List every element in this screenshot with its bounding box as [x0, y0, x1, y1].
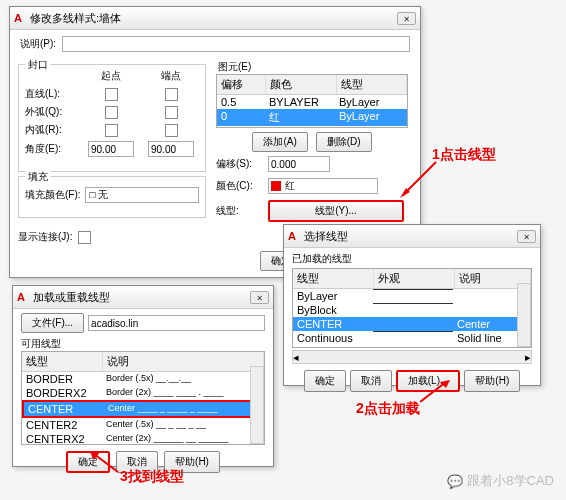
cap-outer-label: 外弧(Q): — [25, 105, 81, 119]
linetype-row-selected: CENTERCenter — [293, 317, 531, 331]
annotation-2: 2点击加载 — [356, 400, 420, 418]
joint-label: 显示连接(J): — [18, 230, 72, 244]
cap-group: 封口 起点 端点 直线(L): 外弧(Q): 内弧(R): 角度(E): — [18, 64, 206, 172]
elements-group: 图元(E) 偏移颜色线型 0.5BYLAYERByLayer 0红ByLayer… — [216, 64, 408, 224]
cap-inner-label: 内弧(R): — [25, 123, 81, 137]
close-icon[interactable]: ⨉ — [397, 12, 416, 25]
svg-line-2 — [420, 382, 446, 402]
file-input[interactable] — [88, 315, 265, 331]
linetype-list[interactable]: 线型外观说明 ByLayer ByBlock CENTERCenter Cont… — [292, 268, 532, 348]
elem-h2: 颜色 — [266, 75, 337, 94]
av-h1: 线型 — [22, 352, 103, 371]
explain-label: 说明(P): — [20, 37, 56, 51]
cap-inner-start-chk[interactable] — [105, 124, 118, 137]
offset-input[interactable] — [268, 156, 330, 172]
select-linetype-dialog: A 选择线型 ⨉ 已加载的线型 线型外观说明 ByLayer ByBlock C… — [283, 224, 541, 386]
titlebar: A 选择线型 ⨉ — [284, 225, 540, 248]
color-label: 颜色(C): — [216, 179, 264, 193]
cap-line-end-chk[interactable] — [165, 88, 178, 101]
file-button[interactable]: 文件(F)... — [21, 313, 84, 333]
cap-line-start-chk[interactable] — [105, 88, 118, 101]
svg-line-0 — [404, 162, 436, 194]
joint-checkbox[interactable] — [78, 231, 91, 244]
available-list[interactable]: 线型说明 BORDERBorder (.5x) __.__.__ BORDERX… — [21, 351, 265, 445]
cap-angle-start[interactable] — [88, 141, 134, 157]
app-icon: A — [288, 230, 300, 242]
fill-label: 填充颜色(F): — [25, 188, 81, 202]
svg-marker-3 — [440, 380, 450, 388]
lt-h2: 外观 — [374, 269, 455, 288]
loaded-label: 已加载的线型 — [292, 253, 352, 264]
ok-button[interactable]: 确定 — [304, 370, 346, 392]
cap-title: 封口 — [25, 58, 51, 72]
fill-title: 填充 — [25, 170, 51, 184]
cap-outer-start-chk[interactable] — [105, 106, 118, 119]
app-icon: A — [14, 12, 26, 24]
dialog-title: 选择线型 — [304, 229, 348, 244]
color-dropdown[interactable]: 红 — [268, 178, 378, 194]
titlebar: A 修改多线样式:墙体 ⨉ — [10, 7, 420, 30]
cap-outer-end-chk[interactable] — [165, 106, 178, 119]
available-label: 可用线型 — [21, 337, 265, 351]
dialog-title: 修改多线样式:墙体 — [30, 11, 121, 26]
add-button[interactable]: 添加(A) — [252, 132, 307, 152]
delete-button[interactable]: 删除(D) — [316, 132, 372, 152]
cap-inner-end-chk[interactable] — [165, 124, 178, 137]
av-h2: 说明 — [103, 352, 264, 371]
explain-input[interactable] — [62, 36, 410, 52]
elements-row-selected: 0红ByLayer — [217, 109, 407, 126]
annotation-1: 1点击线型 — [432, 146, 496, 164]
cap-angle-label: 角度(E): — [25, 142, 81, 156]
load-linetype-dialog: A 加载或重载线型 ⨉ 文件(F)... 可用线型 线型说明 BORDERBor… — [12, 285, 274, 467]
help-button[interactable]: 帮助(H) — [464, 370, 520, 392]
fill-group: 填充 填充颜色(F): □ 无 — [18, 176, 206, 218]
annotation-3: 3找到线型 — [120, 468, 184, 486]
cap-head-end: 端点 — [141, 69, 201, 83]
svg-marker-5 — [90, 452, 100, 460]
elements-title: 图元(E) — [218, 60, 251, 74]
app-icon: A — [17, 291, 29, 303]
titlebar: A 加载或重载线型 ⨉ — [13, 286, 273, 309]
fill-dropdown[interactable]: □ 无 — [85, 187, 199, 203]
available-row-selected: CENTERCenter ____ _ ____ _ ____ — [22, 400, 264, 418]
wechat-icon: 💬 — [447, 474, 463, 489]
svg-line-4 — [94, 454, 118, 472]
dialog-title: 加载或重载线型 — [33, 290, 110, 305]
close-icon[interactable]: ⨉ — [250, 291, 269, 304]
lt-h1: 线型 — [293, 269, 374, 288]
cap-angle-end[interactable] — [148, 141, 194, 157]
watermark: 💬跟着小8学CAD — [447, 472, 554, 490]
elem-h1: 偏移 — [217, 75, 266, 94]
offset-label: 偏移(S): — [216, 157, 264, 171]
cap-head-start: 起点 — [81, 69, 141, 83]
cancel-button[interactable]: 取消 — [350, 370, 392, 392]
elem-h3: 线型 — [337, 75, 407, 94]
linetype-label: 线型: — [216, 204, 264, 218]
elements-list[interactable]: 偏移颜色线型 0.5BYLAYERByLayer 0红ByLayer -0.5B… — [216, 74, 408, 128]
cap-line-label: 直线(L): — [25, 87, 81, 101]
close-icon[interactable]: ⨉ — [517, 230, 536, 243]
linetype-button[interactable]: 线型(Y)... — [268, 200, 404, 222]
